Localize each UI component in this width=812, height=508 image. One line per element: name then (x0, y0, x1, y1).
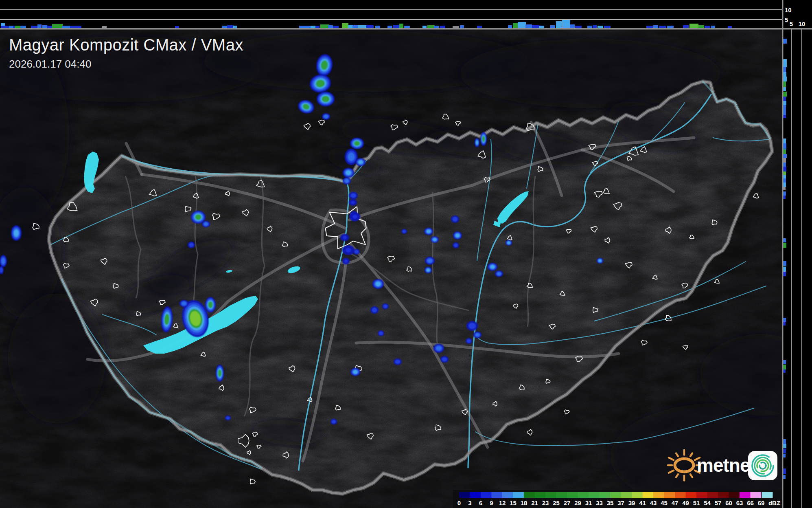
echo-level (226, 416, 230, 420)
profile-pixel (440, 26, 445, 29)
profile-pixel (783, 272, 786, 276)
profile-pixel (783, 322, 786, 325)
profile-pixel (783, 154, 787, 158)
profile-pixel (783, 39, 787, 44)
colorbar-tick-label: 29 (574, 499, 581, 506)
profile-pixel (62, 26, 71, 29)
profile-pixel (783, 187, 786, 190)
profile-pixel (783, 115, 786, 118)
radar-echo (340, 234, 349, 241)
radar-echo (349, 192, 358, 199)
echo-level (475, 333, 479, 336)
echo-level (372, 308, 377, 312)
colorbar-tick-label: 18 (521, 499, 527, 506)
echo-level (324, 115, 328, 118)
echo-level (355, 250, 359, 254)
radar-echo (317, 92, 335, 106)
mountain-patch (460, 39, 720, 108)
colorbar-tick-label: 9 (490, 499, 493, 506)
echo-level (482, 136, 485, 142)
profile-pixel (783, 468, 786, 474)
profile-pixel (477, 26, 482, 29)
colorbar-tick-label: 12 (499, 499, 506, 506)
colorbar-segment (643, 492, 654, 498)
echo-level (345, 179, 349, 183)
radar-echo (11, 225, 22, 241)
colorbar-segment (751, 492, 762, 498)
profile-pixel (422, 26, 427, 29)
profile-pixel (532, 25, 539, 29)
profile-pixel (556, 21, 562, 29)
echo-level (14, 229, 19, 236)
colorbar-tick-label: 66 (747, 499, 754, 506)
profile-pixel (518, 22, 526, 29)
profile-pixel (233, 26, 237, 29)
colorbar-segment (664, 492, 675, 498)
profile-pixel (783, 318, 786, 322)
echo-level (1, 258, 5, 264)
echo-level (468, 323, 476, 329)
profile-pixel (352, 25, 358, 29)
colorbar-tick-label: 27 (564, 499, 571, 506)
profile-pixel (667, 26, 674, 29)
colorbar-end-segment (762, 492, 773, 498)
echo-level (427, 230, 431, 233)
colorbar-tick-label: 41 (639, 499, 646, 506)
echo-level (346, 170, 351, 175)
profile-pixel (783, 77, 787, 81)
profile-pixel (525, 24, 532, 29)
profile-pixel (783, 454, 786, 457)
echo-level (353, 370, 357, 374)
colorbar-tick-label: 0 (457, 499, 461, 506)
echo-level (403, 230, 406, 233)
colorbar-tick-label: 37 (617, 499, 624, 506)
profile-pixel (570, 24, 575, 29)
echo-level (453, 217, 458, 222)
colorbar-segment (524, 492, 535, 498)
colorbar-tick-label: 60 (725, 499, 732, 506)
profile-pixel (783, 172, 786, 175)
radar-echo (216, 365, 224, 382)
radar-echo (382, 303, 389, 309)
profile-pixel (783, 72, 786, 77)
radar-echo (451, 216, 459, 223)
profile-pixel (698, 25, 704, 29)
colorbar-segment (632, 492, 643, 498)
radar-echo (353, 249, 360, 255)
radar-echo (179, 300, 188, 307)
echo-core (351, 201, 355, 204)
profile-pixel (399, 24, 403, 29)
radar-echo (350, 368, 360, 376)
colorbar-segment (696, 492, 707, 498)
profile-pixel (783, 101, 786, 105)
profile-pixel (783, 175, 786, 178)
colorbar-tick-label: 33 (596, 499, 603, 506)
radar-echo (205, 297, 216, 312)
colorbar-tick-label: 25 (553, 499, 560, 506)
profile-pixel (783, 369, 786, 373)
profile-pixel (593, 25, 597, 29)
radar-echo (401, 229, 407, 234)
profile-pixel (42, 25, 47, 29)
profile-pixel (783, 183, 786, 187)
colorbar-tick-label: 31 (585, 499, 592, 506)
colorbar-segment (492, 492, 503, 498)
profile-pixel (783, 143, 786, 150)
profile-pixel (783, 139, 786, 143)
echo-level (208, 301, 212, 308)
horizontal-separator (0, 28, 812, 30)
echo-level (204, 222, 208, 226)
echo-level (358, 160, 363, 164)
colorbar-segment (729, 492, 740, 498)
echo-level (376, 281, 381, 286)
colorbar-segment (481, 492, 492, 498)
colorbar-segment (675, 492, 686, 498)
colorbar-tick-label: 57 (715, 499, 722, 506)
profile-pixel (434, 26, 439, 29)
colorbar-segment (556, 492, 567, 498)
echo-core (343, 236, 347, 239)
profile-pixel (783, 59, 787, 67)
echo-level (354, 141, 360, 146)
terrain-layer (0, 0, 812, 508)
colorbar-tick-label: 54 (704, 499, 711, 506)
